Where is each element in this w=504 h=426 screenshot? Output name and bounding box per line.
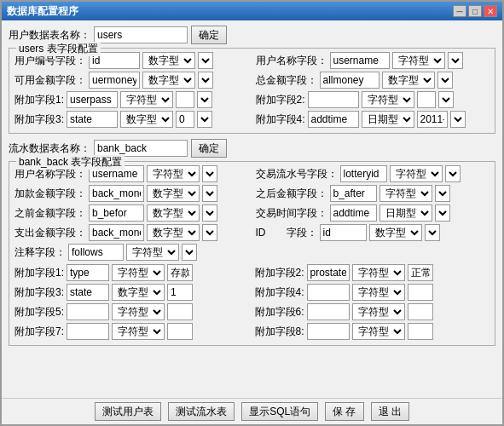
bb-extra7-input[interactable] [67,323,109,340]
user-table-input[interactable] [94,26,188,43]
bb-extra3-value[interactable] [167,284,193,301]
username-input[interactable] [330,52,390,69]
bb-extra2-row: 附加字段2: 字符型数字型日期型 [255,264,490,281]
bb-extra6-input[interactable] [307,303,350,320]
bb-lotteryid-input[interactable] [340,165,387,182]
test-user-button[interactable]: 测试用户表 [95,402,161,421]
allmoney-type[interactable]: 数字型字符型日期型 [382,72,435,89]
user-extra3-row: 附加字段3: 数字型字符型日期型 [14,111,249,128]
user-extra3-input[interactable] [67,111,118,128]
bb-backmoney-input[interactable] [89,224,144,241]
user-table-confirm-button[interactable]: 确定 [191,26,227,44]
username-type[interactable]: 字符型数字型日期型 [392,52,445,69]
bb-addtime-input[interactable] [330,204,377,222]
bb-follows-type[interactable]: 字符型数字型日期型 [126,244,179,261]
uermoney-type[interactable]: 数字型字符型日期型 [142,72,195,89]
show-sql-button[interactable]: 显示SQL语句 [241,402,318,421]
exit-button[interactable]: 退 出 [371,402,409,421]
bb-bafter-type[interactable]: 字符型数字型日期型 [379,185,432,202]
bb-extra3-input[interactable] [67,284,109,301]
bb-backmoney2-extra[interactable] [202,185,217,202]
user-extra2-value[interactable] [417,91,436,108]
bb-extra8-type[interactable]: 字符型数字型日期型 [352,323,405,340]
close-button[interactable]: ✕ [484,5,497,17]
bb-extra-row3: 附加字段5: 字符型数字型日期型 附加字段6: 字符型数字型日期型 [14,303,490,320]
flow-table-input[interactable] [94,140,188,157]
bb-extra5-input[interactable] [67,303,109,320]
user-extra4-value[interactable] [417,111,448,128]
bb-addtime-type[interactable]: 日期型字符型数字型 [379,204,432,222]
bb-id-type[interactable]: 数字型字符型日期型 [369,224,422,241]
user-extra2-input[interactable] [308,91,359,108]
bb-extra7-row: 附加字段7: 字符型数字型日期型 [14,323,250,340]
bb-extra4-input[interactable] [307,284,350,301]
bb-follows-extra[interactable] [182,244,197,261]
bb-backmoney2-input[interactable] [89,185,144,202]
bankback-section: bank_back 表字段配置 用户名称字段： 字符型数字型日期型 交易流水号字… [9,161,495,346]
allmoney-input[interactable] [320,72,379,89]
bb-id-row: ID 字段： 数字型字符型日期型 [256,224,490,241]
user-extra3-value[interactable] [176,111,194,128]
user-id-type[interactable]: 数字型字符型日期型 [142,52,195,69]
bb-extra3-type[interactable]: 数字型字符型日期型 [112,284,165,301]
user-extra3-type[interactable]: 数字型字符型日期型 [120,111,173,128]
bb-extra2-input[interactable] [307,264,350,281]
bb-bafter-extra[interactable] [435,185,450,202]
bb-extra5-type[interactable]: 字符型数字型日期型 [112,303,165,320]
user-extra2-type[interactable]: 字符型数字型日期型 [362,91,414,108]
bb-backmoney2-type[interactable]: 数字型字符型日期型 [147,185,200,202]
bb-extra6-value[interactable] [408,303,433,320]
user-extra4-type[interactable]: 日期型字符型数字型 [362,111,414,128]
bb-backmoney-extra[interactable] [202,224,217,241]
maximize-button[interactable]: □ [468,5,482,17]
user-extra3-label: 附加字段3: [14,112,64,127]
test-flow-button[interactable]: 测试流水表 [168,402,235,421]
minimize-button[interactable]: ─ [453,5,466,17]
bb-id-input[interactable] [320,224,367,241]
bb-extra8-value[interactable] [408,323,433,340]
bb-extra1-value[interactable] [167,264,193,281]
user-extra4-input[interactable] [308,111,359,128]
user-id-extra-select[interactable] [198,52,213,69]
bb-follows-input[interactable] [68,244,124,261]
bb-extra1-type[interactable]: 字符型数字型日期型 [112,264,165,281]
flow-table-confirm-button[interactable]: 确定 [191,139,227,158]
bb-extra7-value[interactable] [167,323,193,340]
bb-extra3-label: 附加字段3: [14,285,64,300]
bb-extra4-value[interactable] [408,284,433,301]
bb-extra2-value[interactable] [408,264,433,281]
user-extra1-type[interactable]: 字符型数字型日期型 [120,91,173,108]
bb-username-type[interactable]: 字符型数字型日期型 [147,165,200,182]
bb-extra2-type[interactable]: 字符型数字型日期型 [352,264,405,281]
allmoney-label: 总金额字段： [256,73,317,88]
bb-extra8-input[interactable] [307,323,350,340]
bb-bafter-input[interactable] [330,185,377,202]
user-extra1-extra-select[interactable] [197,91,212,108]
user-extra3-extra-select[interactable] [197,111,212,128]
bb-addtime-label: 交易时间字段： [256,206,327,221]
user-extra4-extra-select[interactable] [450,111,466,128]
bb-extra5-value[interactable] [167,303,193,320]
bb-extra7-type[interactable]: 字符型数字型日期型 [112,323,165,340]
bb-bbefor-extra[interactable] [202,204,217,222]
uermoney-input[interactable] [89,72,140,89]
bb-lotteryid-type[interactable]: 字符型数字型日期型 [390,165,443,182]
bb-extra1-input[interactable] [67,264,109,281]
user-extra1-input[interactable] [67,91,118,108]
user-extra2-extra-select[interactable] [438,91,454,108]
username-extra-select[interactable] [448,52,463,69]
bb-id-extra[interactable] [425,224,440,241]
bb-lotteryid-extra[interactable] [445,165,461,182]
window-title: 数据库配置程序 [7,4,78,19]
uermoney-extra-select[interactable] [198,72,213,89]
bb-backmoney-type[interactable]: 数字型字符型日期型 [147,224,200,241]
bb-extra4-type[interactable]: 字符型数字型日期型 [352,284,405,301]
save-button[interactable]: 保 存 [325,402,363,421]
user-extra1-value[interactable] [176,91,194,108]
bb-bbefor-type[interactable]: 数字型字符型日期型 [147,204,200,222]
bb-extra6-type[interactable]: 字符型数字型日期型 [352,303,405,320]
allmoney-extra-select[interactable] [437,72,453,89]
bb-addtime-extra[interactable] [435,204,450,222]
bb-bbefor-input[interactable] [89,204,144,222]
bb-username-extra[interactable] [202,165,217,182]
